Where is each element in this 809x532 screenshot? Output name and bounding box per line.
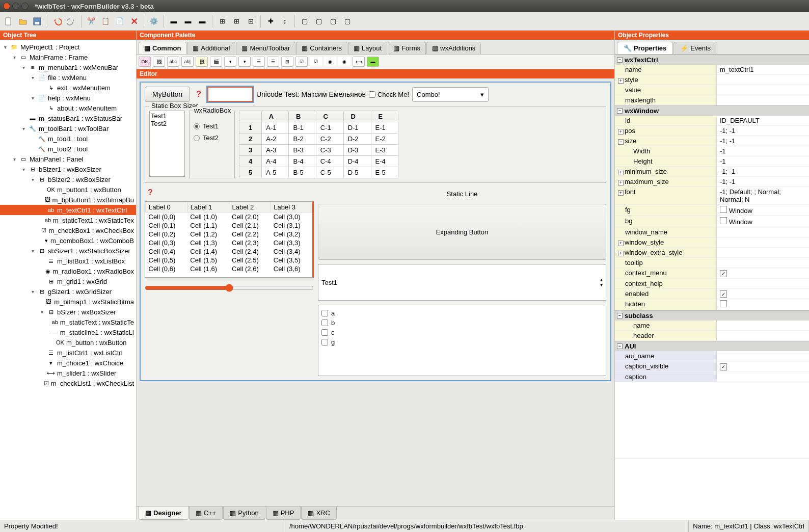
prop-hidden-value[interactable]: [717, 299, 809, 310]
prop-maxsize-value[interactable]: -1; -1: [717, 177, 809, 187]
slider[interactable]: [145, 284, 314, 292]
tree-node[interactable]: ◉m_radioBox1 : wxRadioBox: [0, 266, 136, 276]
tree-node[interactable]: abm_staticText : wxStaticTe: [0, 317, 136, 327]
prop-tooltip-value[interactable]: [717, 258, 809, 268]
prop-subheader-value[interactable]: [717, 331, 809, 340]
events-tab[interactable]: ⚡Events: [673, 42, 717, 54]
prop-bg-value[interactable]: Window: [717, 216, 809, 227]
pal-choice-icon[interactable]: ▾: [238, 57, 251, 67]
prop-size-value[interactable]: -1; -1: [717, 136, 809, 146]
tree-node[interactable]: ▾▭MainFrame : Frame: [0, 52, 136, 62]
radio-test2[interactable]: Test2: [194, 132, 230, 144]
tree-node[interactable]: 🔨m_tool1 : tool: [0, 134, 136, 144]
prop-style-value[interactable]: [717, 75, 809, 85]
palette-tab-menu/toolbar[interactable]: ▦Menu/Toolbar: [236, 42, 295, 54]
prop-wextra-value[interactable]: [717, 248, 809, 257]
palette-tab-forms[interactable]: ▦Forms: [388, 42, 426, 54]
prop-font-value[interactable]: -1; Default; ; Normal; Normal; N: [717, 187, 809, 204]
choice-control[interactable]: Test1▴▾: [318, 264, 606, 301]
palette-tab-additional[interactable]: ▦Additional: [187, 42, 235, 54]
tree-node[interactable]: ▾📄file : wxMenu: [0, 72, 136, 83]
prop-width-value[interactable]: -1: [717, 146, 809, 156]
tree-node[interactable]: ▾⊟bSizer1 : wxBoxSizer: [0, 164, 136, 174]
tree-node[interactable]: 🖼m_bpButton1 : wxBitmapBu: [0, 195, 136, 205]
window-maximize-icon[interactable]: [21, 3, 29, 10]
tree-node[interactable]: ☰m_listCtrl1 : wxListCtrl: [0, 348, 136, 358]
prop-ctxhelp-value[interactable]: [717, 279, 809, 288]
palette-tab-containers[interactable]: ▦Containers: [296, 42, 347, 54]
delete-icon[interactable]: ✕: [127, 15, 141, 28]
view-tab-python[interactable]: ▦Python: [223, 507, 265, 520]
window-close-icon[interactable]: [3, 3, 10, 10]
tree-node[interactable]: ▾📁MyProject1 : Project: [0, 42, 136, 52]
prop-fg-value[interactable]: Window: [717, 205, 809, 216]
tree-node[interactable]: ↳exit : wxMenuItem: [0, 83, 136, 93]
border1-icon[interactable]: ▢: [298, 15, 311, 28]
palette-tab-common[interactable]: ▦Common: [139, 42, 186, 54]
view-tab-designer[interactable]: ▦Designer: [139, 507, 188, 520]
checklist-item[interactable]: c: [321, 328, 603, 337]
tree-node[interactable]: ▾▭MainPanel : Panel: [0, 154, 136, 164]
check-me-checkbox[interactable]: Check Me!: [369, 91, 409, 98]
pal-radio-box-icon[interactable]: ◉: [338, 57, 350, 67]
pal-radio-button-icon[interactable]: ◉: [324, 57, 336, 67]
list-ctrl[interactable]: Label 0Label 1Label 2Label 3Cell (0,0)Ce…: [145, 201, 314, 278]
tree-node[interactable]: ⊞m_grid1 : wxGrid: [0, 276, 136, 286]
prop-wname-value[interactable]: [717, 227, 809, 237]
pal-checkbox-icon[interactable]: ☑: [310, 57, 322, 67]
border4-icon[interactable]: ▢: [341, 15, 354, 28]
prop-enabled-value[interactable]: ✓: [717, 289, 809, 299]
list-item[interactable]: Test2: [151, 120, 183, 127]
pal-bitmap-button-icon[interactable]: 🖼: [153, 57, 165, 67]
tree-node[interactable]: ▾⊞gSizer1 : wxGridSizer: [0, 286, 136, 297]
check-list[interactable]: a b c g: [318, 305, 606, 376]
prop-maxlength-value[interactable]: [717, 95, 809, 105]
pal-listbox-icon[interactable]: ☰: [253, 57, 265, 67]
tree-node[interactable]: —m_staticline1 : wxStaticLi: [0, 327, 136, 337]
pal-gauge-icon[interactable]: ▬: [367, 57, 379, 67]
palette-tab-wxadditions[interactable]: ▦wxAdditions: [426, 42, 481, 54]
view-tab-c++[interactable]: ▦C++: [189, 507, 223, 520]
tree-node[interactable]: 🖼m_bitmap1 : wxStaticBitma: [0, 297, 136, 307]
checklist-item[interactable]: g: [321, 337, 603, 347]
tree-node[interactable]: ▾📄help : wxMenu: [0, 93, 136, 103]
border3-icon[interactable]: ▢: [327, 15, 340, 28]
expand-icon[interactable]: ✚: [264, 15, 277, 28]
view-tab-xrc[interactable]: ▦XRC: [301, 507, 336, 520]
tree-node[interactable]: ▬m_statusBar1 : wxStatusBar: [0, 113, 136, 123]
new-file-icon[interactable]: [2, 15, 15, 28]
pal-text-ctrl-icon[interactable]: ab|: [181, 57, 194, 67]
pal-grid-icon[interactable]: ⊞: [281, 57, 293, 67]
tree-node[interactable]: ☑m_checkList1 : wxCheckList: [0, 378, 136, 388]
tree-node[interactable]: ↳about : wxMenuItem: [0, 103, 136, 113]
prop-pos-value[interactable]: -1; -1: [717, 126, 809, 136]
tree-node[interactable]: ▾m_comboBox1 : wxComboB: [0, 235, 136, 246]
expanding-button[interactable]: Expanding Button: [318, 204, 606, 260]
tree-node[interactable]: OKm_button : wxButton: [0, 337, 136, 348]
pal-static-text-icon[interactable]: abc: [167, 57, 179, 67]
object-tree[interactable]: ▾📁MyProject1 : Project▾▭MainFrame : Fram…: [0, 40, 136, 520]
property-grid[interactable]: −wxTextCtrl namem_textCtrl1 +style value…: [615, 55, 809, 459]
prop-cat-wxtextctrl[interactable]: −wxTextCtrl: [615, 55, 809, 65]
paste-icon[interactable]: 📄: [113, 15, 126, 28]
cut-icon[interactable]: ✂️: [85, 15, 98, 28]
prop-ctxmenu-value[interactable]: ✓: [717, 268, 809, 278]
tree-node[interactable]: abm_staticText1 : wxStaticTex: [0, 215, 136, 225]
open-file-icon[interactable]: [16, 15, 30, 28]
prop-minsize-value[interactable]: -1; -1: [717, 167, 809, 176]
tree-node[interactable]: OKm_button1 : wxButton: [0, 184, 136, 195]
tree-node[interactable]: abm_textCtrl1 : wxTextCtrl: [0, 205, 136, 215]
tree-node[interactable]: 🔨m_tool2 : tool: [0, 144, 136, 154]
my-button[interactable]: MyButton: [145, 87, 190, 102]
text-ctrl-preview[interactable]: [207, 87, 253, 102]
tree-node[interactable]: ▾m_choice1 : wxChoice: [0, 358, 136, 368]
tree-node[interactable]: ▾⊟bSizer : wxBoxSizer: [0, 307, 136, 317]
tree-node[interactable]: ☑m_checkBox1 : wxCheckBox: [0, 225, 136, 235]
pal-slider-icon[interactable]: ⟷: [353, 57, 365, 67]
save-file-icon[interactable]: [31, 15, 44, 28]
prop-cat-aui[interactable]: −AUI: [615, 341, 809, 351]
checklist-item[interactable]: a: [321, 308, 603, 318]
prop-auiname-value[interactable]: [717, 351, 809, 361]
undo-icon[interactable]: [50, 15, 64, 28]
tree-node[interactable]: ▾⊟bSizer2 : wxBoxSizer: [0, 174, 136, 184]
